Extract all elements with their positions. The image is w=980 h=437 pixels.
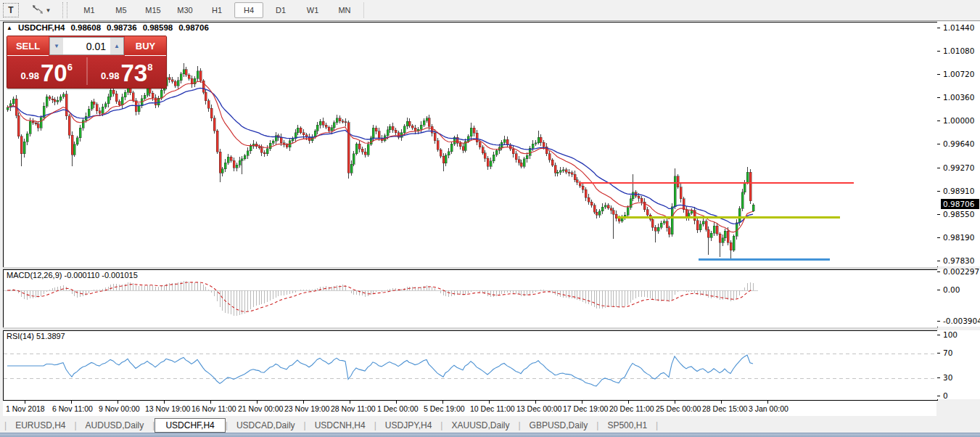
main-chart-panel[interactable]: ▲ USDCHF,H4 0.98608 0.98736 0.98598 0.98…	[3, 22, 938, 268]
price-axis-label: 0.98550	[943, 210, 974, 218]
timeframe-button-h4[interactable]: H4	[234, 2, 263, 18]
tab-audusd-daily[interactable]: AUDUSD,Daily	[77, 419, 153, 432]
rsi-axis-label: 30	[943, 373, 952, 382]
macd-axis: 0.0022970.00-0.003904	[937, 269, 980, 327]
buy-price-prefix: 0.98	[101, 70, 119, 81]
timeframe-toolbar: M1M5M15M30H1H4D1W1MN	[73, 2, 361, 18]
rsi-axis-tick	[937, 396, 940, 396]
macd-title: MACD(12,26,9) -0.000110 -0.001015	[7, 271, 138, 279]
time-axis[interactable]: 1 Nov 20186 Nov 11:009 Nov 00:0013 Nov 1…	[3, 401, 936, 416]
toolbar-grip[interactable]	[62, 2, 67, 18]
rsi-line	[7, 355, 753, 386]
macd-axis-label: -0.003904	[943, 316, 980, 325]
price-axis[interactable]: 1.014401.010801.007201.003601.000000.996…	[937, 22, 980, 266]
price-axis-label: 0.99270	[943, 163, 974, 172]
macd-axis-label: 0.00	[943, 285, 960, 294]
lot-decrease-button[interactable]: ▼	[50, 38, 63, 54]
tab-usdchf-h4[interactable]: USDCHF,H4	[155, 418, 225, 433]
lot-size-input[interactable]: 0.01	[63, 38, 110, 54]
candle-bodies	[7, 70, 754, 250]
buy-price-big: 73	[120, 62, 147, 84]
price-axis-tick	[937, 237, 940, 238]
price-axis-tick	[937, 97, 940, 98]
sell-button[interactable]: SELL	[7, 36, 49, 56]
rsi-name: RSI(14)	[7, 332, 34, 340]
time-axis-tick	[350, 401, 350, 404]
time-axis-tick	[396, 401, 397, 404]
tab-usdcad-daily[interactable]: USDCAD,Daily	[228, 419, 304, 432]
text-tool-button[interactable]: T	[3, 3, 19, 17]
time-axis-label: 21 Nov 00:00	[238, 404, 283, 413]
time-axis-tick	[25, 401, 25, 404]
sell-price-prefix: 0.98	[21, 70, 39, 81]
price-axis-tick	[937, 28, 940, 28]
time-axis-label: 3 Jan 00:00	[749, 404, 788, 413]
time-axis-label: 16 Nov 11:00	[192, 404, 236, 413]
sell-price-sup: 6	[67, 62, 73, 73]
tab-usdcnh-h4[interactable]: USDCNH,H4	[306, 419, 374, 432]
timeframe-button-d1[interactable]: D1	[266, 2, 295, 18]
timeframe-button-m5[interactable]: M5	[107, 2, 136, 18]
rsi-value: 51.3897	[36, 332, 65, 340]
time-axis-tick	[71, 401, 72, 404]
time-axis-tick	[582, 401, 582, 404]
time-axis-tick	[489, 401, 490, 404]
rsi-panel[interactable]: RSI(14) 51.3897	[3, 330, 938, 401]
buy-button[interactable]: BUY	[125, 36, 166, 56]
price-axis-label: 1.01080	[943, 46, 974, 55]
price-axis-label: 0.99640	[943, 139, 974, 148]
price-axis-label: 1.00720	[943, 70, 974, 78]
time-axis-label: 13 Nov 19:00	[145, 404, 190, 413]
rsi-axis-tick	[937, 377, 940, 378]
timeframe-button-w1[interactable]: W1	[298, 2, 327, 18]
tab-gbpusd-daily[interactable]: GBPUSD,Daily	[521, 419, 597, 432]
chart-title: ▲ USDCHF,H4 0.98608 0.98736 0.98598 0.98…	[7, 23, 209, 32]
ohlc-close: 0.98706	[178, 23, 209, 32]
macd-value-signal: -0.001015	[102, 271, 138, 279]
ohlc-low: 0.98598	[143, 23, 173, 32]
macd-canvas	[4, 270, 937, 327]
time-axis-tick	[535, 401, 536, 404]
timeframe-button-m15[interactable]: M15	[139, 2, 168, 18]
collapse-panel-icon[interactable]: ▲	[7, 25, 12, 31]
current-price-badge: 0.98706	[941, 199, 979, 209]
timeframe-button-h1[interactable]: H1	[202, 2, 231, 18]
tab-sp500-h1[interactable]: SP500,H1	[598, 419, 656, 432]
time-axis-label: 25 Dec 00:00	[656, 404, 701, 413]
timeframe-button-m1[interactable]: M1	[75, 2, 104, 18]
macd-axis-tick	[937, 271, 940, 272]
lot-increase-button[interactable]: ▲	[110, 38, 123, 54]
symbol-period-label: USDCHF,H4	[18, 23, 65, 32]
tab-xauusd-daily[interactable]: XAUUSD,Daily	[442, 419, 518, 432]
time-axis-tick	[721, 401, 722, 404]
rsi-axis-label: 0	[943, 391, 948, 400]
chevron-down-icon: ▼	[46, 7, 52, 14]
time-axis-label: 5 Dec 19:00	[424, 404, 465, 413]
buy-price[interactable]: 0.98 73 8	[88, 56, 167, 86]
rsi-axis-tick	[937, 335, 940, 335]
arrows-icon	[32, 4, 44, 17]
timeframe-button-m30[interactable]: M30	[170, 2, 199, 18]
price-axis-tick	[937, 121, 940, 121]
time-axis-tick	[767, 401, 768, 404]
ohlc-high: 0.98736	[107, 23, 137, 32]
time-axis-label: 17 Dec 19:00	[563, 404, 608, 413]
timeframe-button-mn[interactable]: MN	[330, 2, 359, 18]
panel-splitter[interactable]	[3, 327, 938, 330]
top-toolbar: T ▼ M1M5M15M30H1H4D1W1MN	[0, 0, 980, 21]
tab-eurusd-h4[interactable]: EURUSD,H4	[7, 419, 74, 432]
arrows-tool-button[interactable]: ▼	[29, 2, 54, 18]
macd-panel[interactable]: MACD(12,26,9) -0.000110 -0.001015	[3, 269, 938, 328]
chart-tab-bar: |EURUSD,H4|AUDUSD,Daily|USDCHF,H4|USDCAD…	[0, 417, 980, 433]
time-axis-tick	[164, 401, 165, 404]
time-axis-label: 10 Dec 11:00	[470, 404, 515, 413]
price-axis-label: 1.00360	[943, 93, 974, 102]
price-axis-tick	[937, 261, 940, 261]
sell-price[interactable]: 0.98 70 6	[7, 56, 86, 86]
price-axis-label: 0.98190	[943, 233, 974, 242]
macd-axis-tick	[937, 321, 940, 322]
text-tool-icon: T	[8, 5, 13, 15]
time-axis-label: 28 Dec 15:00	[702, 404, 747, 413]
tab-separator: |	[656, 420, 658, 430]
tab-usdjpy-h4[interactable]: USDJPY,H4	[376, 419, 440, 432]
